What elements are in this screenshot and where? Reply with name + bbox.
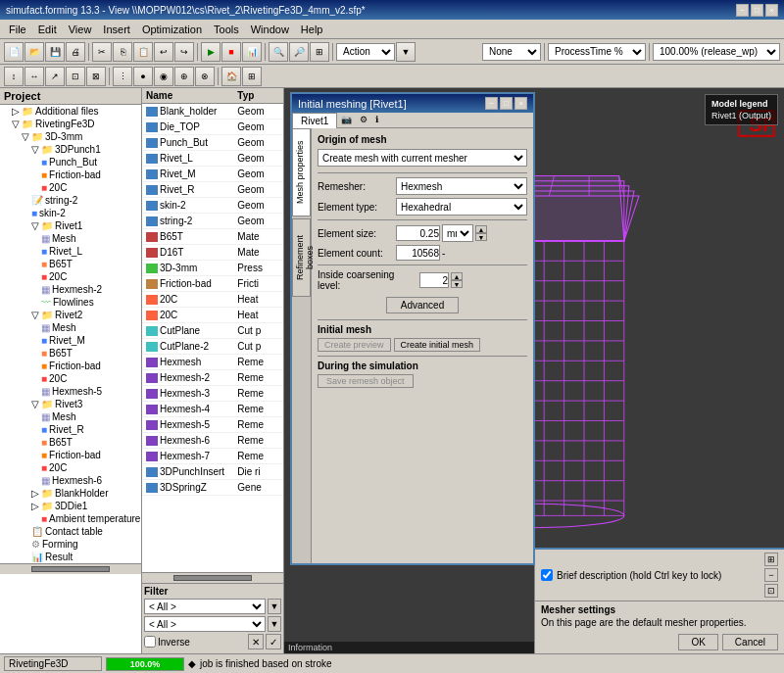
ok-button[interactable]: OK <box>678 634 717 650</box>
close-button[interactable]: × <box>765 4 778 17</box>
tool-9[interactable]: ⊕ <box>174 67 194 86</box>
element-type-combo[interactable]: Hexahedral <box>396 198 527 216</box>
new-btn[interactable]: 📄 <box>4 42 24 62</box>
redo-btn[interactable]: ↪ <box>174 42 194 62</box>
tree-punch-but[interactable]: ■ Punch_But <box>0 156 141 168</box>
tree-mesh-1[interactable]: ▦ Mesh <box>0 232 141 245</box>
list-item[interactable]: Hexmesh-6 Reme <box>142 433 283 449</box>
tree-hexmesh-6[interactable]: ▦ Hexmesh-6 <box>0 474 141 487</box>
tree-20c-1[interactable]: ■ 20C <box>0 181 141 194</box>
filter-apply-btn[interactable]: ✓ <box>266 634 281 649</box>
menu-insert[interactable]: Insert <box>98 23 135 36</box>
menu-tools[interactable]: Tools <box>209 23 244 36</box>
fit-btn[interactable]: ⊞ <box>310 42 329 62</box>
list-item[interactable]: Hexmesh Reme <box>142 355 283 370</box>
settings-btn-1[interactable]: ⊞ <box>764 553 778 566</box>
tree-rivet-l[interactable]: ■ Rivet_L <box>0 245 141 258</box>
filter-dropdown-1[interactable]: ▼ <box>268 599 281 614</box>
tab-refinement[interactable]: Refinement boxes <box>292 218 311 297</box>
tree-friction-bad[interactable]: ■ Friction-bad <box>0 168 141 181</box>
action-go-btn[interactable]: ▼ <box>396 42 416 62</box>
zoom-in-btn[interactable]: 🔍 <box>269 42 288 62</box>
element-count-input[interactable] <box>396 245 440 261</box>
element-size-up[interactable]: ▲ <box>475 225 487 233</box>
list-item[interactable]: 20C Heat <box>142 308 283 323</box>
tool-11[interactable]: 🏠 <box>221 67 241 86</box>
list-item[interactable]: 3D-3mm Press <box>142 261 283 276</box>
chart-btn[interactable]: 📊 <box>242 42 262 62</box>
tree-scroll-bar[interactable] <box>0 563 141 574</box>
action-combo[interactable]: Action <box>336 43 395 61</box>
dialog-restore[interactable]: □ <box>500 97 513 110</box>
tool-1[interactable]: ↕ <box>4 67 24 86</box>
tree-skin-2[interactable]: ■ skin-2 <box>0 207 141 219</box>
list-item[interactable]: Hexmesh-7 Reme <box>142 449 283 464</box>
list-item[interactable]: CutPlane-2 Cut p <box>142 339 283 355</box>
tree-20c-4[interactable]: ■ 20C <box>0 461 141 474</box>
list-item[interactable]: Die_TOP Geom <box>142 120 283 135</box>
tool-4[interactable]: ⊡ <box>66 67 85 86</box>
tree-rivet-r[interactable]: ■ Rivet_R <box>0 423 141 436</box>
element-size-input[interactable] <box>396 225 440 241</box>
create-mesh-combo[interactable]: Create mesh with current mesher <box>318 149 527 167</box>
minimize-button[interactable]: − <box>736 4 749 17</box>
list-item[interactable]: B65T Mate <box>142 229 283 245</box>
advanced-button[interactable]: Advanced <box>386 297 459 313</box>
list-item[interactable]: string-2 Geom <box>142 214 283 229</box>
tree-blankholder[interactable]: ▷ 📁 BlankHolder <box>0 487 141 500</box>
list-item[interactable]: Rivet_M Geom <box>142 167 283 182</box>
element-size-unit[interactable]: mm <box>442 224 473 242</box>
menu-window[interactable]: Window <box>246 23 294 36</box>
list-item[interactable]: Punch_But Geom <box>142 135 283 151</box>
settings-btn-2[interactable]: − <box>764 568 778 582</box>
list-item[interactable]: 20C Heat <box>142 292 283 308</box>
tree-contact-table[interactable]: 📋 Contact table <box>0 525 141 538</box>
tree-mesh-2[interactable]: ▦ Mesh <box>0 321 141 334</box>
menu-optimization[interactable]: Optimization <box>137 23 207 36</box>
open-btn[interactable]: 📂 <box>24 42 44 62</box>
list-item[interactable]: Blank_holder Geom <box>142 104 283 120</box>
tree-mesh-3[interactable]: ▦ Mesh <box>0 410 141 423</box>
tree-rivet2[interactable]: ▽ 📁 Rivet2 <box>0 309 141 321</box>
coarsening-up[interactable]: ▲ <box>451 272 463 280</box>
tree-rivetingfe3d[interactable]: ▽ 📁 RivetingFe3D <box>0 118 141 130</box>
cancel-button[interactable]: Cancel <box>722 634 778 650</box>
icon-gear[interactable]: ⚙ <box>356 113 371 127</box>
cut-btn[interactable]: ✂ <box>92 42 112 62</box>
menu-file[interactable]: File <box>4 23 31 36</box>
element-size-down[interactable]: ▼ <box>475 233 487 241</box>
menu-view[interactable]: View <box>64 23 97 36</box>
tree-3dpunch1[interactable]: ▽ 📁 3DPunch1 <box>0 143 141 156</box>
list-item[interactable]: CutPlane Cut p <box>142 323 283 339</box>
list-item[interactable]: Rivet_L Geom <box>142 151 283 167</box>
tree-3ddie1[interactable]: ▷ 📁 3DDie1 <box>0 500 141 512</box>
tree-ambient-temp[interactable]: ■ Ambient temperature <box>0 512 141 525</box>
remesher-combo[interactable]: Hexmesh <box>396 177 527 195</box>
tree-3d-3mm[interactable]: ▽ 📁 3D-3mm <box>0 130 141 143</box>
tool-3[interactable]: ↗ <box>45 67 65 86</box>
dialog-close[interactable]: × <box>514 97 527 110</box>
tree-flowlines[interactable]: 〰 Flowlines <box>0 296 141 309</box>
list-item[interactable]: 3DPunchInsert Die ri <box>142 464 283 480</box>
coarsening-input[interactable] <box>419 272 449 288</box>
paste-btn[interactable]: 📋 <box>133 42 153 62</box>
filter-combo-2[interactable]: < All > <box>144 616 266 632</box>
list-item[interactable]: Friction-bad Fricti <box>142 276 283 292</box>
icon-camera[interactable]: 📷 <box>337 113 356 127</box>
coarsening-down[interactable]: ▼ <box>451 280 463 288</box>
list-item[interactable]: Hexmesh-4 Reme <box>142 402 283 417</box>
tree-b65t-1[interactable]: ■ B65T <box>0 258 141 270</box>
tree-forming[interactable]: ⚙ Forming <box>0 538 141 551</box>
print-btn[interactable]: 🖨 <box>66 42 85 62</box>
menu-help[interactable]: Help <box>296 23 328 36</box>
filter-combo-1[interactable]: < All > <box>144 599 266 614</box>
tool-10[interactable]: ⊗ <box>195 67 215 86</box>
menu-edit[interactable]: Edit <box>33 23 62 36</box>
tool-5[interactable]: ⊠ <box>86 67 106 86</box>
tab-mesh-props[interactable]: Mesh properties <box>292 128 311 216</box>
settings-btn-3[interactable]: ⊡ <box>764 584 778 598</box>
tree-additional-files[interactable]: ▷ 📁 Additional files <box>0 105 141 118</box>
brief-desc-checkbox[interactable] <box>541 569 553 581</box>
list-item[interactable]: Hexmesh-2 Reme <box>142 370 283 386</box>
list-item[interactable]: skin-2 Geom <box>142 198 283 214</box>
